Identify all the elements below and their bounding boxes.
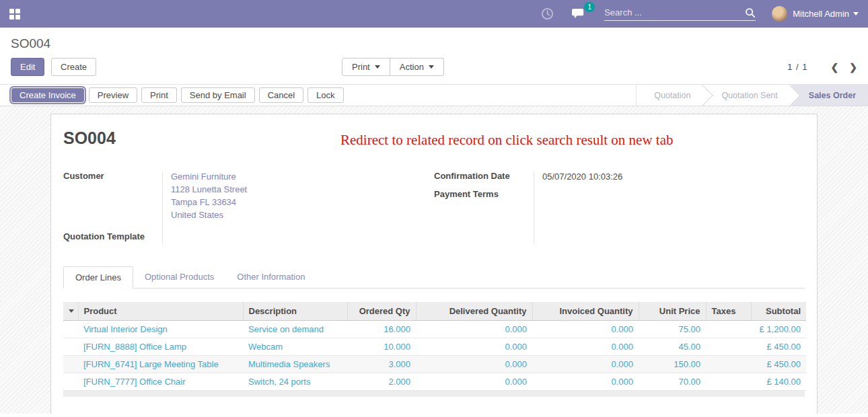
confirmation-date-label: Confirmation Date [434,170,534,183]
cell-ordered-qty[interactable]: 2.000 [347,373,416,391]
cell-subtotal[interactable]: £ 450.00 [751,356,806,373]
state-sales-order[interactable]: Sales Order [791,85,868,106]
send-by-email-button[interactable]: Send by Email [181,87,255,103]
state-quotation-sent[interactable]: Quotation Sent [704,85,791,106]
table-row[interactable]: Virtual Interior Design Service on deman… [63,321,806,338]
print-button[interactable]: Print [141,87,177,103]
chevron-down-icon [853,12,859,18]
cell-product[interactable]: Virtual Interior Design [78,321,243,338]
field-separator-line [162,172,163,243]
cell-delivered-qty[interactable]: 0.000 [416,321,532,338]
action-dropdown-button[interactable]: Action [390,58,444,76]
magnifier-icon[interactable] [745,7,756,18]
cell-taxes[interactable] [706,321,751,338]
user-avatar [772,6,787,22]
customer-name-link[interactable]: Gemini Furniture [171,170,247,183]
cell-invoiced-qty[interactable]: 0.000 [532,321,639,338]
customer-city-link[interactable]: Tampa FL 33634 [171,196,247,208]
cell-subtotal[interactable]: £ 450.00 [751,338,806,356]
cell-unit-price[interactable]: 70.00 [639,373,706,391]
cell-invoiced-qty[interactable]: 0.000 [532,373,639,391]
user-menu[interactable]: Mitchell Admin [772,6,859,22]
sale-order-sheet: SO004 Redirect to related record on clic… [50,114,818,414]
breadcrumb: SO004 [11,36,50,50]
customer-country-link[interactable]: United States [171,208,247,221]
table-row[interactable]: [FURN_7777] Office Chair Switch, 24 port… [63,373,806,391]
global-search[interactable] [604,7,756,21]
user-name: Mitchell Admin [793,9,849,19]
cell-subtotal[interactable]: £ 140.00 [751,373,806,391]
cell-product[interactable]: [FURN_7777] Office Chair [78,373,243,391]
col-description[interactable]: Description [243,302,347,321]
cell-unit-price[interactable]: 150.00 [639,356,706,373]
quotation-template-label: Quotation Template [63,231,162,241]
table-row[interactable]: [FURN_6741] Large Meeting Table Multimed… [63,356,806,373]
payment-terms-value [534,188,542,199]
edit-button[interactable]: Edit [11,58,44,76]
cell-taxes[interactable] [706,356,751,373]
caret-down-icon[interactable] [69,309,74,315]
state-quotation[interactable]: Quotation [637,85,704,106]
tab-order-lines[interactable]: Order Lines [63,266,133,289]
col-taxes[interactable]: Taxes [706,302,751,321]
confirmation-date-value: 05/07/2020 10:03:26 [534,170,622,183]
chevron-down-icon [375,65,380,71]
cell-delivered-qty[interactable]: 0.000 [416,356,532,373]
cell-invoiced-qty[interactable]: 0.000 [532,356,639,373]
cell-ordered-qty[interactable]: 3.000 [347,356,416,373]
preview-button[interactable]: Preview [89,87,137,103]
cell-description[interactable]: Multimedia Speakers [243,356,347,373]
column-toggle-cell[interactable] [63,302,78,321]
chevron-down-icon [429,65,434,71]
tab-optional-products[interactable]: Optional Products [133,266,225,289]
cell-taxes[interactable] [706,373,751,391]
cell-taxes[interactable] [706,338,751,356]
tab-other-information[interactable]: Other Information [225,266,316,289]
record-pager: 1 / 1 ❮ ❯ [787,62,857,73]
cell-delivered-qty[interactable]: 0.000 [416,373,532,391]
pager-value: 1 / 1 [787,62,807,72]
chevron-right-icon[interactable]: ❯ [849,62,857,73]
cell-unit-price[interactable]: 75.00 [639,321,706,338]
cell-subtotal[interactable]: £ 1,200.00 [751,321,806,338]
statusbar: Create Invoice Preview Print Send by Ema… [0,84,868,106]
cell-description[interactable]: Webcam [243,338,347,356]
customer-label: Customer [63,170,162,221]
cell-product[interactable]: [FURN_8888] Office Lamp [78,338,243,356]
lock-button[interactable]: Lock [308,87,343,103]
col-product[interactable]: Product [78,302,243,321]
col-invoiced-qty[interactable]: Invoiced Quantity [532,302,639,321]
col-ordered-qty[interactable]: Ordered Qty [347,302,416,321]
cell-invoiced-qty[interactable]: 0.000 [532,338,639,356]
field-separator-line [534,172,534,243]
order-lines-table: Product Description Ordered Qty Delivere… [63,302,806,391]
form-view-background: SO004 Redirect to related record on clic… [0,106,868,414]
activities-clock-icon[interactable] [541,7,554,20]
customer-street-link[interactable]: 1128 Lunetta Street [171,183,247,196]
create-invoice-button[interactable]: Create Invoice [11,87,85,103]
cell-product[interactable]: [FURN_6741] Large Meeting Table [78,356,243,373]
cancel-button[interactable]: Cancel [259,87,303,103]
search-input[interactable] [604,7,745,17]
cell-ordered-qty[interactable]: 16.000 [347,321,416,338]
col-unit-price[interactable]: Unit Price [639,302,706,321]
cell-delivered-qty[interactable]: 0.000 [416,338,532,356]
cell-unit-price[interactable]: 45.00 [639,338,706,356]
table-row[interactable]: [FURN_8888] Office Lamp Webcam 10.000 0.… [63,338,806,356]
col-subtotal[interactable]: Subtotal [751,302,806,321]
quotation-template-value [162,231,171,241]
create-button[interactable]: Create [51,58,96,76]
print-dropdown-button[interactable]: Print [342,58,390,76]
cell-description[interactable]: Switch, 24 ports [243,373,347,391]
table-header-row: Product Description Ordered Qty Delivere… [63,302,806,321]
apps-menu-icon[interactable] [9,9,20,20]
col-delivered-qty[interactable]: Delivered Quantity [416,302,532,321]
cell-description[interactable]: Service on demand [243,321,347,338]
messages-chat-icon[interactable]: 1 [571,7,587,20]
cell-ordered-qty[interactable]: 10.000 [347,338,416,356]
table-footer-strip [63,391,805,397]
notebook-tabs: Order Lines Optional Products Other Info… [63,266,805,289]
red-annotation-text: Redirect to related record on click sear… [340,132,673,149]
chevron-left-icon[interactable]: ❮ [831,62,839,73]
customer-value: Gemini Furniture 1128 Lunetta Street Tam… [162,170,247,221]
